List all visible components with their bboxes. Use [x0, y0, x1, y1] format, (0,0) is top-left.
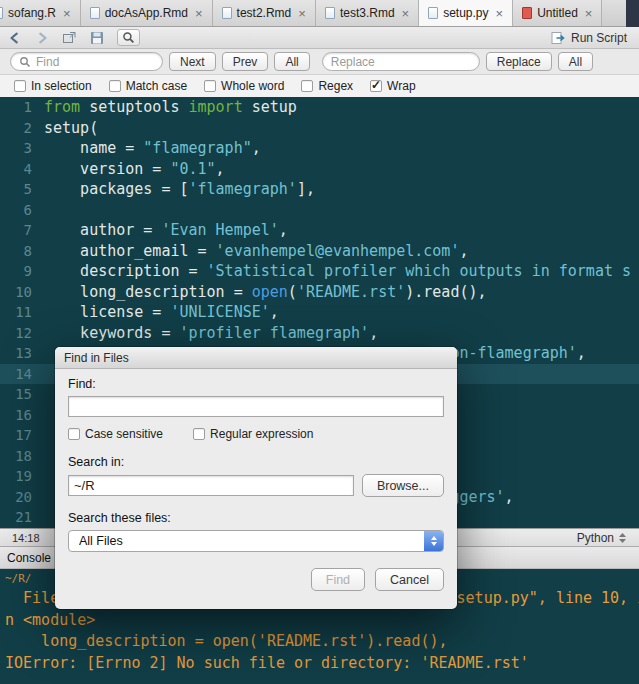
code-segment: packages = [ [44, 180, 189, 198]
checkbox-icon [370, 80, 382, 92]
cursor-position: 14:18 [12, 532, 40, 544]
dialog-cancel-button[interactable]: Cancel [375, 568, 444, 591]
file-icon [0, 7, 3, 19]
line-number: 20 [0, 487, 44, 508]
code-search-button[interactable] [117, 29, 140, 46]
back-icon[interactable] [8, 31, 22, 45]
code-segment: 'Evan Hempel' [161, 221, 278, 239]
code-segment: , [216, 160, 225, 178]
checkbox-icon [14, 80, 26, 92]
files-dropdown[interactable]: All Files [68, 530, 444, 552]
replace-button[interactable]: Replace [486, 52, 552, 71]
find-in-files-dialog: Find in Files Find: Case sensitive Regul… [55, 347, 457, 609]
line-number: 17 [0, 425, 44, 446]
file-icon [325, 7, 335, 19]
tab-close-icon[interactable]: × [298, 6, 306, 21]
save-icon[interactable] [90, 31, 104, 45]
tab-sofang.R[interactable]: sofang.R× [0, 0, 81, 26]
code-line-1[interactable]: 1from setuptools import setup [0, 97, 639, 118]
tab-setup.py[interactable]: setup.py× [419, 0, 513, 26]
line-number: 11 [0, 302, 44, 323]
checkbox-icon [109, 80, 121, 92]
tab-close-icon[interactable]: × [496, 6, 504, 21]
code-line-9[interactable]: 9 description = 'Statistical profiler wh… [0, 261, 639, 282]
tab-Untitled[interactable]: Untitled× [513, 0, 602, 26]
tab-close-icon[interactable]: × [63, 6, 71, 21]
code-line-7[interactable]: 7 author = 'Evan Hempel', [0, 220, 639, 241]
dialog-checkboxes: Case sensitive Regular expression [68, 427, 444, 441]
tab-label: docAsApp.Rmd [105, 6, 188, 20]
dialog-find-input[interactable] [68, 396, 444, 417]
find-options-bar: In selectionMatch caseWhole wordRegexWra… [0, 75, 639, 97]
find-option-regex[interactable]: Regex [301, 79, 353, 93]
line-number: 19 [0, 466, 44, 487]
checkbox-icon [204, 80, 216, 92]
code-segment: 'README.rst' [297, 283, 405, 301]
line-number: 6 [0, 200, 44, 221]
code-segment: keywords = [44, 324, 179, 342]
code-segment: ).read(), [405, 283, 486, 301]
browse-button[interactable]: Browse... [362, 474, 444, 497]
dialog-buttons: Find Cancel [68, 568, 444, 591]
find-option-in-selection[interactable]: In selection [14, 79, 92, 93]
search-in-row: Browse... [68, 474, 444, 497]
regular-expression-checkbox[interactable]: Regular expression [193, 427, 313, 441]
code-line-6[interactable]: 6 [0, 200, 639, 221]
tab-test3.Rmd[interactable]: test3.Rmd× [316, 0, 419, 26]
find-option-label: Regex [318, 79, 353, 93]
console-line: IOError: [Errno 2] No such file or direc… [5, 653, 639, 675]
code-segment: 'flamegraph' [189, 180, 297, 198]
language-selector[interactable]: Python [577, 531, 627, 545]
search-in-input[interactable] [68, 475, 354, 496]
find-option-match-case[interactable]: Match case [109, 79, 187, 93]
code-line-11[interactable]: 11 license = 'UNLICENSE', [0, 302, 639, 323]
code-segment: , [369, 324, 378, 342]
run-script-button[interactable]: Run Script [551, 31, 631, 45]
find-option-whole-word[interactable]: Whole word [204, 79, 284, 93]
code-line-3[interactable]: 3 name = "flamegraph", [0, 138, 639, 159]
find-next-button[interactable]: Next [169, 52, 216, 71]
find-option-label: Wrap [387, 79, 415, 93]
console-tab[interactable]: Console [7, 551, 51, 565]
tab-docAsApp.Rmd[interactable]: docAsApp.Rmd× [81, 0, 213, 26]
code-segment: name = [44, 139, 143, 157]
code-segment: setup( [44, 119, 98, 137]
code-line-5[interactable]: 5 packages = ['flamegraph'], [0, 179, 639, 200]
code-line-12[interactable]: 12 keywords = 'profiler flamegraph', [0, 323, 639, 344]
find-all-button[interactable]: All [274, 52, 309, 71]
language-label: Python [577, 531, 614, 545]
line-number: 10 [0, 282, 44, 303]
code-segment: IOError: [Errno 2] No such file or direc… [5, 654, 529, 672]
code-segment: n <module> [5, 611, 95, 629]
code-line-10[interactable]: 10 long_description = open('README.rst')… [0, 282, 639, 303]
popout-icon[interactable] [62, 31, 77, 44]
tab-label: test3.Rmd [340, 6, 395, 20]
code-segment: open [252, 283, 288, 301]
tab-close-icon[interactable]: × [585, 6, 593, 21]
dialog-title-bar[interactable]: Find in Files [55, 347, 457, 369]
code-line-4[interactable]: 4 version = "0.1", [0, 159, 639, 180]
find-option-wrap[interactable]: Wrap [370, 79, 415, 93]
code-segment: on-flamegraph' [450, 344, 576, 362]
case-sensitive-checkbox[interactable]: Case sensitive [68, 427, 163, 441]
replace-all-button[interactable]: All [558, 52, 593, 71]
file-icon [90, 7, 100, 19]
line-number: 15 [0, 384, 44, 405]
replace-input[interactable] [331, 55, 471, 69]
replace-field [322, 52, 480, 71]
find-option-label: In selection [31, 79, 92, 93]
forward-icon[interactable] [35, 31, 49, 45]
tab-close-icon[interactable]: × [402, 6, 410, 21]
find-prev-button[interactable]: Prev [222, 52, 269, 71]
code-line-8[interactable]: 8 author_email = 'evanhempel@evanhempel.… [0, 241, 639, 262]
tab-test2.Rmd[interactable]: test2.Rmd× [213, 0, 316, 26]
tab-bar: sofang.R×docAsApp.Rmd×test2.Rmd×test3.Rm… [0, 0, 639, 27]
code-line-2[interactable]: 2setup( [0, 118, 639, 139]
code-text: author = 'Evan Hempel', [44, 220, 288, 241]
find-input[interactable] [36, 55, 154, 69]
dialog-find-button[interactable]: Find [311, 568, 365, 591]
tab-close-icon[interactable]: × [195, 6, 203, 21]
line-number: 13 [0, 343, 44, 364]
line-number: 16 [0, 405, 44, 426]
code-segment: , [252, 139, 261, 157]
